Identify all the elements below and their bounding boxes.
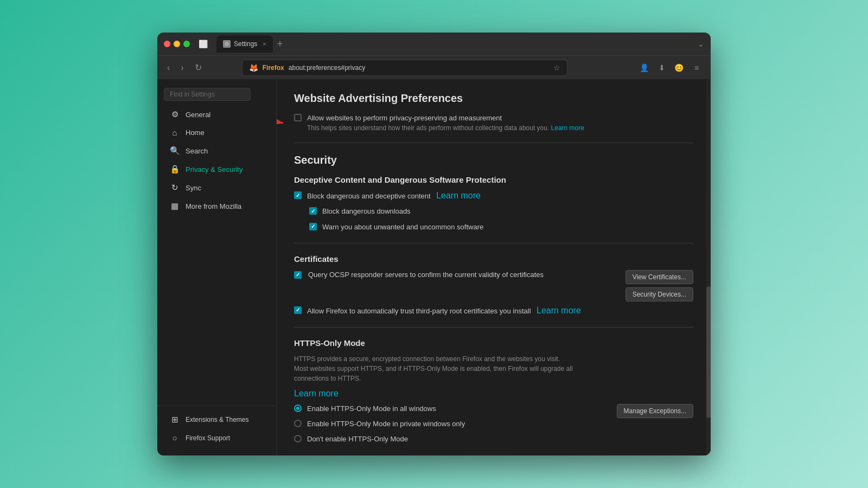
browser-window: ⬜ ⚙ Settings × + ⌄ ‹ › ↻ 🦊 Firefox about…	[157, 33, 711, 455]
sidebar-item-search[interactable]: 🔍 Search	[161, 142, 273, 160]
warn-unwanted-label: Warn you about unwanted and uncommon sof…	[322, 222, 483, 232]
block-dangerous-learn-more[interactable]: Learn more	[436, 191, 481, 200]
sidebar-item-privacy[interactable]: 🔒 Privacy & Security	[161, 160, 273, 178]
bookmark-star-icon[interactable]: ☆	[553, 63, 560, 72]
tab-favicon: ⚙	[223, 40, 231, 48]
ocsp-label: Query OCSP responder servers to confirm …	[308, 270, 619, 280]
trust-certs-row: Allow Firefox to automatically trust thi…	[294, 306, 693, 316]
extensions-icon: ⊞	[169, 415, 180, 425]
tab-close-btn[interactable]: ×	[263, 41, 266, 47]
arrow-annotation	[277, 108, 289, 137]
https-learn-more-link[interactable]: Learn more	[294, 389, 339, 398]
sidebar-item-sync[interactable]: ↻ Sync	[161, 178, 273, 197]
sidebar-item-extensions[interactable]: ⊞ Extensions & Themes	[161, 410, 273, 429]
new-tab-btn[interactable]: +	[275, 38, 285, 50]
scrollbar-track	[706, 79, 711, 455]
firefox-label: Firefox	[263, 64, 284, 72]
https-radio-options: Enable HTTPS-Only Mode in all windows En…	[294, 404, 610, 450]
red-arrow-svg	[277, 108, 289, 135]
sidebar: ⚙ General ⌂ Home 🔍 Search 🔒 Privacy & Se…	[157, 79, 277, 455]
forward-btn[interactable]: ›	[177, 61, 187, 75]
tab-bar: ⚙ Settings × +	[216, 35, 693, 53]
download-btn[interactable]: ⬇	[654, 60, 669, 75]
gear-icon: ⚙	[169, 110, 180, 119]
block-downloads-checkbox[interactable]	[309, 207, 317, 215]
ocsp-checkbox[interactable]	[294, 271, 302, 279]
sync-icon: ↻	[169, 183, 180, 192]
sidebar-item-support[interactable]: ○ Firefox Support	[161, 429, 273, 447]
https-all-windows-row: Enable HTTPS-Only Mode in all windows	[294, 404, 610, 414]
advertising-setting-text: Allow websites to perform privacy-preser…	[307, 113, 584, 132]
https-section-title: HTTPS-Only Mode	[294, 338, 693, 348]
traffic-light-red[interactable]	[164, 41, 170, 47]
scrollbar-thumb[interactable]	[706, 286, 711, 418]
traffic-light-green[interactable]	[183, 41, 190, 47]
tab-list-btn[interactable]: ⌄	[698, 40, 704, 48]
sidebar-item-home[interactable]: ⌂ Home	[161, 124, 273, 142]
manage-exceptions-btn[interactable]: Manage Exceptions...	[617, 404, 693, 418]
sidebar-item-extensions-label: Extensions & Themes	[186, 416, 249, 423]
account-btn[interactable]: 👤	[637, 60, 652, 75]
search-icon: 🔍	[169, 146, 180, 156]
title-bar: ⬜ ⚙ Settings × + ⌄	[157, 33, 711, 55]
sidebar-item-more-mozilla[interactable]: ▦ More from Mozilla	[161, 197, 273, 215]
https-disable-radio[interactable]	[294, 435, 302, 442]
sidebar-item-mozilla-label: More from Mozilla	[186, 202, 241, 210]
main-content: ⚙ General ⌂ Home 🔍 Search 🔒 Privacy & Se…	[157, 79, 711, 455]
https-options-container: Enable HTTPS-Only Mode in all windows En…	[294, 404, 693, 450]
sidebar-item-search-label: Search	[186, 147, 208, 155]
sidebar-item-general[interactable]: ⚙ General	[161, 105, 273, 124]
sidebar-item-sync-label: Sync	[186, 184, 201, 192]
block-dangerous-text-container: Block dangerous and deceptive content Le…	[307, 191, 481, 201]
https-description: HTTPS provides a secure, encrypted conne…	[294, 354, 693, 383]
security-section-title: Security	[294, 154, 693, 166]
certificates-section-title: Certificates	[294, 254, 693, 264]
advertising-learn-more-link[interactable]: Learn more	[551, 124, 584, 132]
warn-unwanted-row: Warn you about unwanted and uncommon sof…	[309, 222, 693, 232]
https-private-row: Enable HTTPS-Only Mode in private window…	[294, 419, 610, 429]
traffic-lights	[164, 41, 190, 47]
page-icon: ⬜	[199, 40, 208, 48]
sidebar-item-home-label: Home	[186, 129, 205, 137]
sidebar-nav: ⚙ General ⌂ Home 🔍 Search 🔒 Privacy & Se…	[157, 105, 276, 406]
trust-certs-learn-more[interactable]: Learn more	[537, 306, 581, 315]
https-all-windows-label: Enable HTTPS-Only Mode in all windows	[307, 404, 436, 414]
profile-btn[interactable]: 😊	[672, 60, 687, 75]
trust-certs-checkbox[interactable]	[294, 306, 302, 314]
nav-bar: ‹ › ↻ 🦊 Firefox about:preferences#privac…	[157, 55, 711, 79]
https-disable-row: Don't enable HTTPS-Only Mode	[294, 434, 610, 444]
sidebar-item-privacy-label: Privacy & Security	[186, 165, 242, 174]
advertising-section-title: Website Advertising Preferences	[294, 92, 693, 105]
menu-btn[interactable]: ≡	[689, 60, 704, 75]
block-dangerous-checkbox[interactable]	[294, 191, 302, 199]
manage-exceptions-container: Manage Exceptions...	[617, 404, 693, 418]
firefox-logo-icon: 🦊	[249, 63, 258, 72]
warn-unwanted-checkbox[interactable]	[309, 223, 317, 230]
security-devices-btn[interactable]: Security Devices...	[626, 287, 693, 301]
advertising-checkbox[interactable]	[294, 114, 302, 121]
divider-1	[294, 143, 693, 143]
https-all-windows-radio[interactable]	[294, 404, 302, 412]
sidebar-item-support-label: Firefox Support	[186, 434, 230, 442]
traffic-light-yellow[interactable]	[174, 41, 180, 47]
lock-icon: 🔒	[169, 164, 180, 174]
divider-3	[294, 327, 693, 328]
settings-tab[interactable]: ⚙ Settings ×	[216, 35, 273, 53]
sidebar-item-general-label: General	[186, 111, 210, 119]
content-area: Website Advertising Preferences	[277, 79, 711, 455]
deceptive-subsection-title: Deceptive Content and Dangerous Software…	[294, 175, 693, 184]
block-dangerous-label: Block dangerous and deceptive content	[307, 192, 431, 200]
address-bar[interactable]: 🦊 Firefox about:preferences#privacy ☆	[242, 60, 567, 76]
advertising-sub-text: This helps sites understand how their ad…	[307, 124, 584, 132]
back-btn[interactable]: ‹	[164, 61, 173, 75]
find-in-settings-input[interactable]	[164, 88, 251, 101]
nav-actions: 👤 ⬇ 😊 ≡	[637, 60, 704, 75]
advertising-label: Allow websites to perform privacy-preser…	[307, 113, 584, 123]
cert-buttons: View Certificates... Security Devices...	[626, 270, 693, 301]
refresh-btn[interactable]: ↻	[192, 60, 205, 75]
view-certificates-btn[interactable]: View Certificates...	[626, 270, 693, 284]
block-downloads-row: Block dangerous downloads	[309, 207, 693, 216]
home-icon: ⌂	[169, 128, 180, 137]
https-private-radio[interactable]	[294, 420, 302, 427]
advertising-checkbox-row: Allow websites to perform privacy-preser…	[294, 113, 693, 132]
